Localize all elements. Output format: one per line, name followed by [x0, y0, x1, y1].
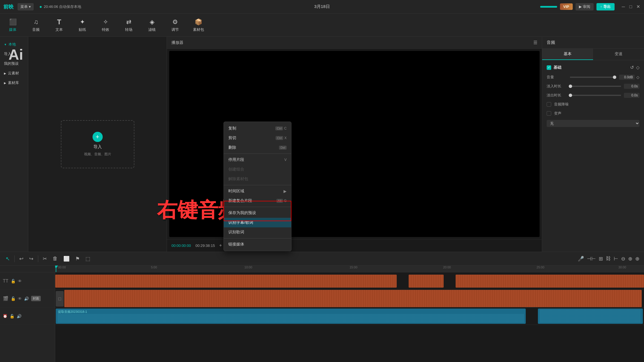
tab-basic[interactable]: 基本: [542, 49, 593, 60]
snap-button[interactable]: ⊣⊢: [587, 256, 596, 262]
fadein-slider[interactable]: [570, 86, 621, 87]
screenshot-icon[interactable]: ⌖: [219, 243, 222, 248]
cursor-tool[interactable]: ↖: [5, 255, 11, 263]
audio-clip-2[interactable]: [538, 309, 643, 324]
toolbar-adjust[interactable]: ⚙ 调节: [168, 18, 182, 32]
diamond-icon[interactable]: ◇: [636, 65, 639, 70]
fadeout-value: 0.0s: [624, 93, 639, 98]
unknown-tool[interactable]: ⬜: [62, 255, 71, 263]
fadeout-label: 淡出时长: [547, 93, 567, 98]
grid-button[interactable]: ⊞: [599, 256, 603, 262]
maximize-button[interactable]: □: [628, 4, 633, 9]
minimize-button[interactable]: ─: [621, 4, 626, 9]
toolbar-audio[interactable]: ♫ 音频: [29, 18, 43, 32]
noise-checkbox[interactable]: [547, 102, 551, 107]
video-track-label: 🎬 🔓 👁 🔊 封面: [0, 290, 55, 307]
cover-clip[interactable]: □: [56, 291, 64, 307]
volume-slider[interactable]: [570, 77, 616, 78]
ctx-save-preset[interactable]: 保存为我的预设: [224, 208, 291, 218]
player-menu-icon[interactable]: ☰: [533, 40, 537, 45]
media-icon: ⬛: [9, 18, 17, 26]
toolbar-filter[interactable]: ◈ 滤镜: [145, 18, 159, 32]
audio-waveform-2: [540, 310, 641, 323]
fadeout-slider[interactable]: [570, 95, 621, 96]
date-display: 3月18日: [314, 4, 330, 9]
volume-row: 音量 0.0dB ◇: [547, 75, 639, 80]
ctx-recognize-lyrics[interactable]: 识别歌词: [224, 227, 291, 237]
redo-button[interactable]: ↪: [28, 255, 35, 263]
section-basic-icons: ↺ ◇: [630, 65, 639, 70]
ctx-recognize-subtitles[interactable]: 识别字幕/歌词: [224, 218, 291, 227]
auto-save-indicator: ● 20:46:06 自动保存本地: [39, 4, 81, 9]
voice-dropdown[interactable]: 无: [547, 120, 639, 127]
time-current: 00:00:00:00: [171, 244, 191, 248]
fadeout-row: 淡出时长 0.0s: [547, 93, 639, 98]
voice-label: 变声: [554, 111, 561, 116]
reset-icon[interactable]: ↺: [630, 65, 634, 70]
video-track-icon: 🎬: [3, 296, 8, 301]
audio-icon: ♫: [32, 18, 40, 26]
video-audio-icon[interactable]: 🔊: [24, 296, 29, 301]
subtitle-clip-3[interactable]: [456, 275, 644, 288]
ctx-delete[interactable]: 删除 Del: [224, 143, 291, 152]
video-eye-icon[interactable]: 👁: [18, 296, 22, 301]
context-menu: 复制 Ctrl C 剪切 Ctrl X 删除 Del 停用片段 V 创建组合 解…: [224, 122, 291, 251]
ctx-copy[interactable]: 复制 Ctrl C: [224, 124, 291, 133]
add-track-button[interactable]: ⊕: [635, 256, 639, 262]
toolbar-transition[interactable]: ⇄ 转场: [122, 18, 136, 32]
subtitle-clip-1[interactable]: [55, 275, 397, 288]
toolbar-effects[interactable]: ✧ 特效: [98, 18, 113, 32]
sidebar-library[interactable]: ▶ 素材库: [0, 79, 28, 87]
right-panel-body: ✓ 基础 ↺ ◇ 音量 0.0dB ◇ 淡入时长: [542, 60, 644, 252]
link-button[interactable]: ⛓: [606, 256, 611, 262]
ctx-disable[interactable]: 停用片段 V: [224, 155, 291, 165]
player-title: 播放器: [171, 40, 183, 45]
toolbar-pack[interactable]: 📦 素材包: [191, 18, 205, 32]
mark-button[interactable]: ⚑: [74, 255, 81, 263]
split-button[interactable]: ✂: [42, 255, 48, 263]
zoom-in-button[interactable]: ⊕: [628, 256, 632, 262]
ctx-cut[interactable]: 剪切 Ctrl X: [224, 133, 291, 143]
undo-button[interactable]: ↩: [18, 255, 25, 263]
audio-clip-main[interactable]: 提取音频20230318-1: [56, 309, 526, 324]
import-box[interactable]: + 导入 视频、音频、图片: [61, 120, 134, 168]
menu-button[interactable]: 菜单 ▾: [18, 3, 34, 10]
delete-button[interactable]: 🗑: [51, 255, 59, 263]
mic-button[interactable]: 🎤: [578, 256, 584, 262]
toolbar-text[interactable]: T 文本: [52, 18, 66, 32]
volume-keyframe-icon[interactable]: ◇: [636, 75, 639, 79]
window-controls: ─ □ ✕: [621, 4, 641, 9]
subtitle-lock-icon[interactable]: 🔓: [11, 279, 16, 283]
close-button[interactable]: ✕: [636, 4, 641, 9]
audio-lock-icon[interactable]: 🔓: [10, 314, 14, 318]
noise-row: 音频降噪: [547, 102, 639, 107]
zoom-out-button[interactable]: ⊖: [621, 256, 625, 262]
audio-volume-icon[interactable]: 🔊: [17, 314, 22, 318]
basic-enable-checkbox[interactable]: ✓: [547, 65, 551, 70]
video-lock-icon[interactable]: 🔓: [11, 296, 16, 301]
right-panel-tabs: 基本 变速: [542, 49, 644, 60]
progress-bar: [540, 6, 557, 8]
ctx-time-zone[interactable]: 时间区域 ▶: [224, 186, 291, 196]
ctx-new-compound[interactable]: 新建复合片段 Alt G: [224, 196, 291, 206]
review-button[interactable]: ▶ 审阅: [576, 3, 594, 10]
voice-row: 变声: [547, 111, 639, 116]
subtitle-eye-icon[interactable]: 👁: [18, 279, 22, 283]
ai-badge: Ai: [8, 46, 48, 63]
unknown-tool-2[interactable]: ⬚: [84, 255, 91, 263]
tab-speed[interactable]: 变速: [593, 49, 644, 60]
subtitle-clip-2[interactable]: [409, 275, 444, 288]
export-icon: ↑: [600, 5, 602, 9]
voice-checkbox[interactable]: [547, 111, 551, 116]
vip-button[interactable]: VIP: [560, 3, 573, 10]
sidebar-cloud[interactable]: ▶ 云素材: [0, 69, 28, 77]
subtitle-track-label: TT 🔓 👁: [0, 272, 55, 290]
export-button[interactable]: ↑ 导出: [596, 3, 615, 10]
ctx-link-media[interactable]: 链接媒体: [224, 240, 291, 249]
toolbar-media[interactable]: ⬛ 媒体: [6, 18, 20, 32]
toolbar-sticker[interactable]: ✦ 贴纸: [75, 18, 89, 32]
video-clip-main[interactable]: [64, 290, 642, 307]
app-logo: 前映: [3, 3, 14, 10]
center-button[interactable]: ⊢: [614, 256, 618, 262]
timeline-ruler: 00:00 5:00 10:00 15:00 20:00 25:00 30:00: [55, 266, 644, 272]
